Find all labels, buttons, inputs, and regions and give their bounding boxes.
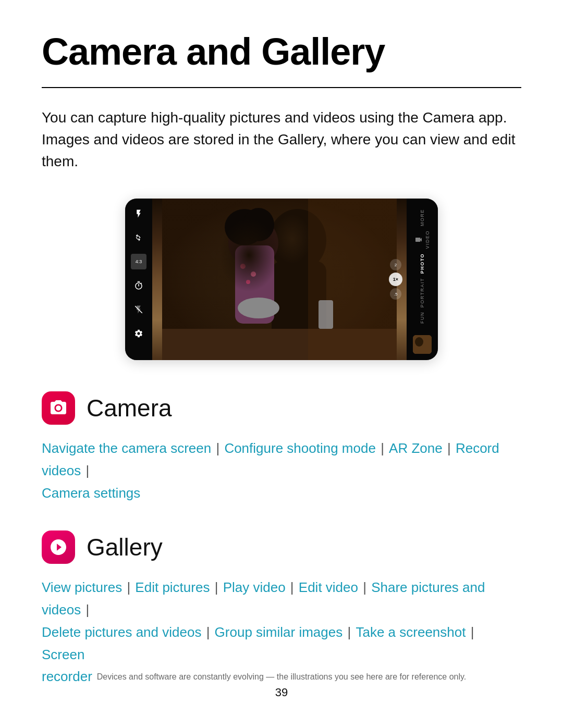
- separator-2: |: [377, 440, 388, 456]
- camera-screenshot: 4:3: [42, 199, 521, 360]
- footer: Devices and software are constantly evol…: [0, 672, 563, 699]
- configure-shooting-link[interactable]: Configure shooting mode: [224, 440, 376, 456]
- sep-g2: |: [211, 579, 222, 595]
- gallery-section-header: Gallery: [42, 530, 521, 564]
- gallery-links: View pictures | Edit pictures | Play vid…: [42, 576, 521, 688]
- svg-point-17: [415, 337, 423, 347]
- intro-paragraph: You can capture high-quality pictures an…: [42, 107, 521, 172]
- sep-g6: |: [202, 624, 213, 640]
- screen-recorder-link[interactable]: Screen: [42, 647, 84, 662]
- flash-off-icon: [131, 302, 146, 317]
- sep-g4: |: [359, 579, 370, 595]
- take-screenshot-link[interactable]: Take a screenshot: [356, 624, 466, 640]
- sep-g1: |: [123, 579, 134, 595]
- section-divider: [42, 87, 521, 88]
- svg-point-12: [238, 298, 279, 318]
- svg-rect-4: [272, 261, 326, 344]
- svg-rect-14: [162, 329, 397, 360]
- svg-rect-8: [235, 245, 274, 324]
- svg-point-6: [225, 209, 264, 245]
- separator-4: |: [82, 463, 89, 478]
- svg-point-10: [251, 272, 256, 277]
- camera-left-panel: 4:3: [125, 199, 152, 360]
- sep-g8: |: [467, 624, 474, 640]
- flip-icon: [131, 230, 146, 245]
- edit-pictures-link[interactable]: Edit pictures: [135, 579, 210, 595]
- page-title: Camera and Gallery: [42, 31, 521, 72]
- gallery-thumbnail: [413, 335, 432, 354]
- gallery-section-title: Gallery: [87, 533, 163, 561]
- sep-g5: |: [82, 602, 89, 618]
- svg-rect-15: [308, 199, 397, 360]
- settings-icon: [131, 326, 146, 341]
- svg-rect-1: [162, 199, 397, 360]
- more-mode-label: MORE: [420, 207, 425, 228]
- sep-g7: |: [344, 624, 354, 640]
- ar-zone-link[interactable]: AR Zone: [389, 440, 443, 456]
- portrait-mode-label: PORTRAIT: [420, 276, 425, 310]
- camera-links: Navigate the camera screen | Configure s…: [42, 437, 521, 504]
- camera-settings-link[interactable]: Camera settings: [42, 485, 140, 501]
- photo-mode-label: PHOTO: [420, 251, 425, 276]
- svg-rect-2: [162, 199, 397, 360]
- svg-rect-13: [319, 300, 333, 329]
- svg-point-9: [240, 264, 246, 269]
- svg-point-3: [269, 209, 326, 272]
- delete-pictures-videos-link[interactable]: Delete pictures and videos: [42, 624, 201, 640]
- group-similar-images-link[interactable]: Group similar images: [215, 624, 343, 640]
- sep-g3: |: [287, 579, 298, 595]
- edit-video-link[interactable]: Edit video: [299, 579, 358, 595]
- phone-screen-image: 4:3: [125, 199, 438, 360]
- gallery-app-icon: [42, 530, 75, 564]
- camera-viewfinder: 2 1× .5: [152, 199, 407, 360]
- svg-point-7: [243, 208, 274, 241]
- camera-right-panel: MORE VIDEO PHOTO PORTRAIT FUN: [407, 199, 438, 360]
- aspect-ratio-icon: 4:3: [131, 254, 146, 269]
- camera-section-title: Camera: [87, 394, 172, 422]
- fun-mode-label: FUN: [420, 310, 425, 326]
- page-number: 39: [0, 686, 563, 699]
- view-pictures-link[interactable]: View pictures: [42, 579, 122, 595]
- svg-point-5: [228, 218, 278, 268]
- video-mode-label: VIDEO: [425, 228, 430, 251]
- play-video-link[interactable]: Play video: [223, 579, 286, 595]
- camera-app-icon: [42, 391, 75, 425]
- flash-auto-icon: [131, 206, 146, 221]
- footer-note: Devices and software are constantly evol…: [0, 672, 563, 682]
- timer-icon: [131, 278, 146, 293]
- separator-1: |: [212, 440, 223, 456]
- svg-point-11: [246, 280, 250, 284]
- navigate-camera-link[interactable]: Navigate the camera screen: [42, 440, 211, 456]
- separator-3: |: [444, 440, 455, 456]
- camera-section-header: Camera: [42, 391, 521, 425]
